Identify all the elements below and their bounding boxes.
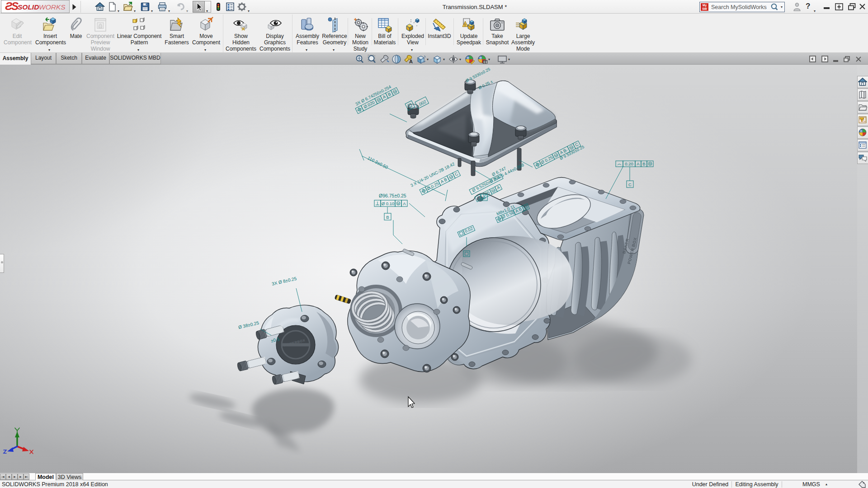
svg-text:ƧS: ƧS — [5, 1, 19, 12]
svg-text:WORKS: WORKS — [39, 3, 66, 11]
svg-text:C: C — [628, 182, 632, 187]
svg-text:0.20: 0.20 — [625, 161, 633, 166]
svg-text:M: M — [649, 162, 651, 165]
svg-text:A: A — [637, 161, 640, 166]
svg-text:A: A — [409, 59, 413, 64]
svg-text:!: ! — [464, 23, 466, 27]
svg-text:A: A — [403, 201, 406, 206]
svg-text:B: B — [642, 161, 645, 166]
svg-text:Ø 0.10: Ø 0.10 — [382, 201, 395, 206]
svg-text:Ø96.75±0.25: Ø96.75±0.25 — [379, 193, 406, 198]
svg-text:B: B — [483, 195, 486, 200]
svg-text:B: B — [386, 215, 389, 220]
svg-text:SOLID: SOLID — [18, 3, 39, 11]
svg-text:M: M — [397, 202, 399, 205]
